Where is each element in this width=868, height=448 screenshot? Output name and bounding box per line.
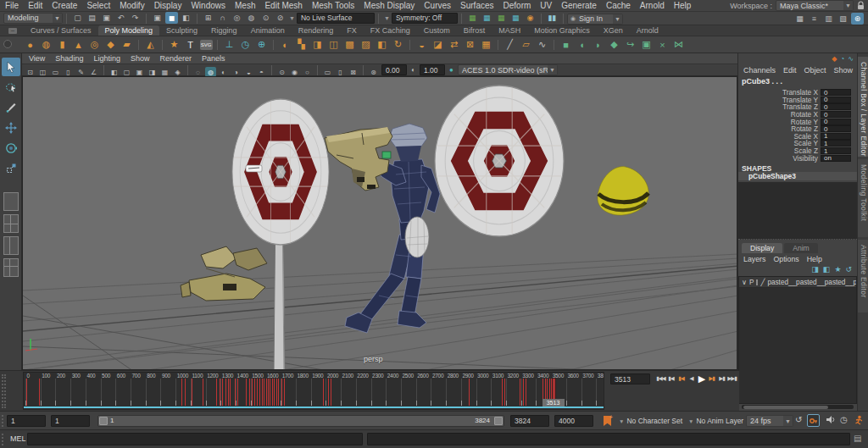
- viewport-canvas[interactable]: persp: [22, 76, 737, 370]
- animation-preferences-icon[interactable]: ◷: [840, 415, 848, 424]
- select-hierarchy-mode-icon[interactable]: ▣: [151, 12, 164, 24]
- extract-icon[interactable]: ◨: [311, 37, 325, 52]
- attribute-value-scale-x[interactable]: 1: [821, 133, 851, 140]
- command-input[interactable]: [27, 433, 363, 445]
- two-pane-layout[interactable]: [3, 236, 19, 255]
- channel-box-menu-channels[interactable]: Channels: [743, 66, 776, 75]
- animation-start-field[interactable]: 1: [51, 415, 90, 427]
- toon-icon[interactable]: ◉: [524, 12, 537, 24]
- super-shape-icon[interactable]: ★: [168, 37, 181, 52]
- snap-view-plane-icon[interactable]: ⊙: [259, 12, 272, 24]
- remesh-icon[interactable]: ↻: [392, 37, 405, 52]
- poly-cone-icon[interactable]: ▲: [72, 37, 86, 52]
- shelf-tab-xgen[interactable]: XGen: [597, 25, 630, 36]
- layer-visibility-toggle[interactable]: ∨: [742, 278, 747, 286]
- step-forward-frame-button[interactable]: ▶▮: [717, 373, 726, 384]
- shelf-tab-custom[interactable]: Custom: [417, 25, 457, 36]
- auto-keyframe-toggle[interactable]: [807, 414, 820, 427]
- poly-sphere-icon[interactable]: ●: [24, 37, 37, 52]
- render-settings-icon[interactable]: ▦: [495, 12, 508, 24]
- attribute-value-rotate-y[interactable]: 0: [821, 119, 851, 125]
- sidebar-tab-attribute-editor[interactable]: Attribute Editor: [858, 240, 868, 312]
- slide-edge-icon[interactable]: ↪: [624, 37, 637, 52]
- layer-name[interactable]: pasted__pasted__pasted__pasted__p: [767, 279, 856, 286]
- script-editor-icon[interactable]: ▤: [854, 434, 861, 443]
- sign-in-dropdown[interactable]: ◉Sign In▼: [567, 14, 623, 25]
- layer-tab-display[interactable]: Display: [742, 243, 782, 253]
- layer-menu-help[interactable]: Help: [807, 255, 822, 263]
- layer-menu-layers[interactable]: Layers: [743, 255, 765, 263]
- menu-set-selector[interactable]: Modeling▼: [3, 13, 63, 24]
- attribute-value-translate-x[interactable]: 0: [821, 89, 851, 96]
- select-tool[interactable]: [2, 58, 20, 76]
- menu-mesh-display[interactable]: Mesh Display: [364, 1, 415, 10]
- chevron-down-icon[interactable]: ▼: [384, 15, 390, 21]
- playback-loop-icon[interactable]: ↺: [795, 415, 802, 424]
- combine-icon[interactable]: ◐: [279, 37, 292, 52]
- sidebar-tab-channel-box-layer-editor[interactable]: Channel Box / Layer Editor: [858, 57, 868, 157]
- snap-curve-icon[interactable]: ∩: [216, 12, 229, 24]
- live-surface-field[interactable]: No Live Surface: [297, 13, 375, 24]
- attribute-value-scale-y[interactable]: 1: [821, 140, 851, 147]
- go-to-end-button[interactable]: ▶▶▮: [727, 373, 737, 384]
- menu-help[interactable]: Help: [674, 1, 692, 10]
- shelf-tab-rendering[interactable]: Rendering: [292, 25, 341, 36]
- contrast-icon[interactable]: ◐: [408, 65, 419, 75]
- paint-select-tool[interactable]: [2, 98, 20, 117]
- scrollbar-thumb[interactable]: [743, 406, 828, 409]
- attribute-value-translate-z[interactable]: 0: [821, 103, 851, 110]
- yellow-cone[interactable]: [598, 167, 648, 215]
- symmetry-field[interactable]: Symmetry: Off: [392, 13, 458, 24]
- tool-settings-icon[interactable]: ▧: [837, 13, 849, 25]
- fill-hole-icon[interactable]: ⊠: [464, 37, 477, 52]
- tweak-brush-icon[interactable]: ◗: [592, 37, 605, 52]
- snap-together-icon[interactable]: ◷: [239, 37, 253, 52]
- ground-weapon[interactable]: [181, 246, 267, 301]
- make-live-icon[interactable]: ⊘: [274, 12, 287, 24]
- menu-mesh-tools[interactable]: Mesh Tools: [312, 1, 354, 10]
- save-scene-icon[interactable]: ▣: [100, 12, 113, 24]
- separate-icon[interactable]: ▚: [295, 37, 309, 52]
- shelf-tab-fx[interactable]: FX: [340, 25, 364, 36]
- select-object-mode-icon[interactable]: ◼: [165, 12, 178, 24]
- character-controls-icon[interactable]: ≡: [808, 13, 821, 25]
- single-pane-layout[interactable]: [3, 192, 19, 211]
- poly-cylinder-icon[interactable]: ▮: [56, 37, 70, 52]
- layer-empty-icon[interactable]: ◨: [811, 265, 819, 274]
- color-management-icon[interactable]: ●: [446, 65, 457, 75]
- outliner-persp-layout[interactable]: [3, 258, 19, 277]
- viewport-menu-show[interactable]: Show: [131, 54, 150, 63]
- boolean-union-icon[interactable]: ◫: [327, 37, 341, 52]
- snap-grid-icon[interactable]: ⊞: [202, 12, 214, 24]
- view-transform-selector[interactable]: ACES 1.0 SDR-video (sRGB ▼: [458, 64, 558, 75]
- target-weld-icon[interactable]: ◆: [608, 37, 621, 52]
- layer-refresh-icon[interactable]: ↺: [845, 265, 852, 274]
- menu-uv[interactable]: UV: [540, 1, 552, 10]
- bevel-icon[interactable]: ◪: [431, 37, 445, 52]
- play-backwards-button[interactable]: ◀: [687, 373, 696, 384]
- play-forwards-button[interactable]: ▶: [697, 373, 706, 384]
- layer-tab-anim[interactable]: Anim: [784, 243, 818, 253]
- viewport-menu-view[interactable]: View: [29, 54, 45, 63]
- poly-plane-icon[interactable]: ◆: [104, 37, 118, 52]
- menu-surfaces[interactable]: Surfaces: [460, 1, 493, 10]
- preferences-gear-icon[interactable]: ⊛: [851, 13, 864, 25]
- extrude-icon[interactable]: ◒: [415, 37, 429, 52]
- bridge-icon[interactable]: ⇄: [448, 37, 461, 52]
- range-slider-grip[interactable]: [2, 415, 5, 427]
- shelf-tab-sculpting[interactable]: Sculpting: [159, 25, 204, 36]
- svg-tool-icon[interactable]: SVG: [200, 40, 213, 50]
- shelf-tab-mash[interactable]: MASH: [492, 25, 527, 36]
- render-icon[interactable]: ▦: [466, 12, 479, 24]
- shelf-tab-arnold[interactable]: Arnold: [630, 25, 665, 36]
- command-language-label[interactable]: MEL: [10, 434, 26, 443]
- viewport-menu-shading[interactable]: Shading: [55, 54, 83, 63]
- outliner-toggle-icon[interactable]: ▦: [793, 13, 806, 25]
- viewport-menu-renderer[interactable]: Renderer: [159, 54, 192, 63]
- menu-cache[interactable]: Cache: [606, 1, 631, 10]
- lasso-tool[interactable]: [2, 78, 20, 97]
- multi-cut-icon[interactable]: ▱: [520, 37, 533, 52]
- layer-color-swatch[interactable]: [756, 279, 758, 285]
- knife-icon[interactable]: ╱: [504, 37, 517, 52]
- new-scene-icon[interactable]: ▢: [71, 12, 84, 24]
